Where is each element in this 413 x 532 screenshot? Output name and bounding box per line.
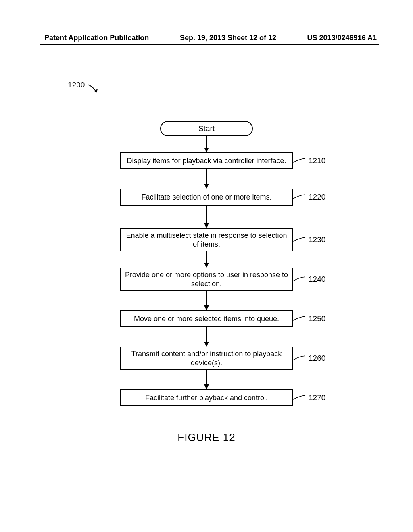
callout-line-icon [293,192,307,202]
step-1220-row: Facilitate selection of one or more item… [120,189,293,206]
callout-line-icon [293,353,307,363]
step-1210-callout: 1210 [293,156,325,166]
svg-marker-4 [204,184,209,189]
header-date-sheet: Sep. 19, 2013 Sheet 12 of 12 [180,34,276,42]
svg-marker-8 [204,263,209,268]
step-1240-row: Provide one or more options to user in r… [120,268,293,291]
arrow-down-icon [204,136,209,152]
page-header: Patent Application Publication Sep. 19, … [44,34,377,42]
step-1230-box: Enable a multiselect state in response t… [120,228,293,251]
step-1270-row: Facilitate further playback and control.… [120,389,293,406]
step-1210-row: Display items for playback via controlle… [120,152,293,169]
step-1220-box: Facilitate selection of one or more item… [120,189,293,206]
svg-marker-2 [204,148,209,152]
step-1270-callout: 1270 [293,393,325,403]
step-1260-ref: 1260 [309,354,325,363]
patent-figure-page: Patent Application Publication Sep. 19, … [0,0,413,532]
step-1240-ref: 1240 [309,275,325,284]
step-1260-row: Transmit content and/or instruction to p… [120,347,293,370]
figure-caption: FIGURE 12 [0,431,413,444]
arrow-down-icon [204,327,209,347]
step-1250-callout: 1250 [293,314,325,324]
start-terminal-wrap: Start [160,121,253,136]
flowchart-reference-number: 1200 [68,81,85,89]
arrow-down-icon [204,169,209,189]
arrow-down-icon [204,291,209,310]
svg-marker-14 [204,384,209,389]
step-1270-box: Facilitate further playback and control. [120,389,293,406]
header-publication-number: US 2013/0246916 A1 [307,34,377,42]
flowchart-reference-arrow-icon [87,83,99,96]
step-1260-callout: 1260 [293,353,325,363]
step-1240-callout: 1240 [293,274,325,284]
callout-line-icon [293,156,307,166]
step-1260-box: Transmit content and/or instruction to p… [120,347,293,370]
callout-line-icon [293,314,307,324]
step-1230-callout: 1230 [293,235,325,245]
svg-marker-10 [204,305,209,310]
step-1210-box: Display items for playback via controlle… [120,152,293,169]
callout-line-icon [293,393,307,403]
step-1220-callout: 1220 [293,192,325,202]
step-1270-ref: 1270 [309,393,325,402]
svg-marker-12 [204,342,209,347]
step-1250-box: Move one or more selected items into que… [120,310,293,327]
step-1220-ref: 1220 [309,193,325,202]
header-publication-type: Patent Application Publication [44,34,149,42]
flowchart: Start Display items for playback via con… [0,121,413,406]
header-rule [40,44,379,45]
svg-marker-6 [204,223,209,228]
callout-line-icon [293,274,307,284]
start-terminal: Start [160,121,253,136]
step-1250-row: Move one or more selected items into que… [120,310,293,327]
step-1210-ref: 1210 [309,156,325,165]
step-1250-ref: 1250 [309,314,325,323]
arrow-down-icon [204,370,209,389]
arrow-down-icon [204,251,209,268]
arrow-down-icon [204,206,209,228]
step-1240-box: Provide one or more options to user in r… [120,268,293,291]
step-1230-row: Enable a multiselect state in response t… [120,228,293,251]
callout-line-icon [293,235,307,245]
step-1230-ref: 1230 [309,235,325,244]
